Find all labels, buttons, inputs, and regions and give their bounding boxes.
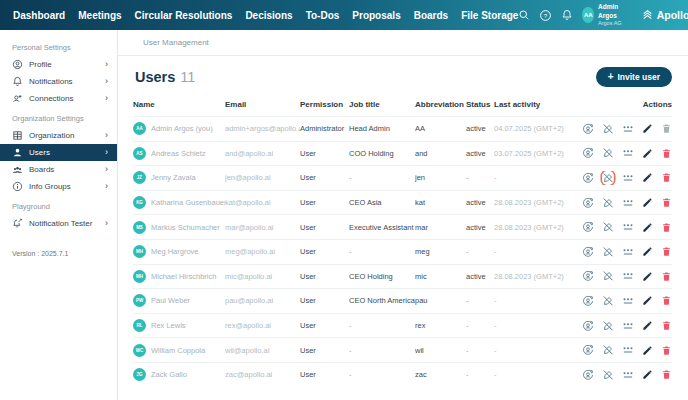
delete-icon	[661, 172, 672, 183]
edit-user-button[interactable]	[642, 368, 653, 382]
impersonate-user-button[interactable]	[582, 122, 594, 136]
user-job-title-cell: CEO Holding	[349, 272, 415, 281]
nav-item-file-storage[interactable]: File Storage	[461, 10, 518, 21]
delete-user-button[interactable]	[661, 122, 672, 136]
brand-logo[interactable]: Apollo.ai	[641, 8, 688, 23]
sidebar-item-connections[interactable]: Connections›	[0, 90, 117, 107]
revoke-signature-button[interactable]	[602, 245, 614, 259]
impersonate-user-button[interactable]	[582, 319, 594, 333]
search-icon[interactable]	[518, 8, 530, 22]
delete-user-button[interactable]	[661, 146, 672, 160]
sidebar-item-notification-tester[interactable]: Notification Tester›	[0, 215, 117, 232]
sidebar-item-label: Boards	[29, 165, 54, 174]
nav-item-meetings[interactable]: Meetings	[78, 10, 121, 21]
permissions-button[interactable]	[622, 319, 634, 333]
revoke-signature-button[interactable]	[602, 368, 614, 382]
impersonate-user-button[interactable]	[582, 269, 594, 283]
delete-icon	[661, 295, 672, 306]
user-menu[interactable]: AA Admin Argos Argos AG	[582, 3, 627, 26]
sidebar-item-users[interactable]: Users›	[0, 144, 117, 161]
revoke-signature-button[interactable]	[602, 196, 614, 210]
chevron-right-icon: ›	[105, 165, 108, 174]
delete-user-button[interactable]	[661, 245, 672, 259]
edit-user-button[interactable]	[642, 294, 653, 308]
impersonate-user-button[interactable]	[582, 196, 594, 210]
nav-items: DashboardMeetingsCircular ResolutionsDec…	[0, 10, 518, 21]
signature-off-icon	[602, 295, 614, 307]
edit-user-button[interactable]	[642, 220, 653, 234]
permissions-button[interactable]	[622, 122, 634, 136]
delete-user-button[interactable]	[661, 171, 672, 185]
sidebar-item-notifications[interactable]: Notifications›	[0, 73, 117, 90]
sidebar-item-boards[interactable]: Boards›	[0, 161, 117, 178]
permission-dots-icon	[622, 246, 634, 258]
revoke-signature-button[interactable]	[602, 269, 614, 283]
user-name-cell: ZGZack Gallo	[133, 368, 225, 381]
delete-user-button[interactable]	[661, 294, 672, 308]
nav-item-boards[interactable]: Boards	[414, 10, 448, 21]
permissions-button[interactable]	[622, 343, 634, 357]
user-avatar: MH	[133, 245, 146, 258]
actions-cell	[582, 122, 672, 136]
impersonate-user-button[interactable]	[582, 343, 594, 357]
delete-icon	[661, 271, 672, 282]
user-avatar: ZG	[133, 368, 146, 381]
delete-user-button[interactable]	[661, 196, 672, 210]
edit-user-button[interactable]	[642, 171, 653, 185]
permissions-button[interactable]	[622, 269, 634, 283]
permissions-button[interactable]	[622, 171, 634, 185]
edit-user-button[interactable]	[642, 269, 653, 283]
revoke-signature-button[interactable]	[602, 294, 614, 308]
bell-icon[interactable]	[561, 8, 573, 22]
revoke-signature-button[interactable]	[602, 146, 614, 160]
table-row: ASAndreas Schietzand@apollo.aiUserCOO Ho…	[133, 141, 672, 166]
nav-item-decisions[interactable]: Decisions	[245, 10, 292, 21]
edit-user-button[interactable]	[642, 343, 653, 357]
user-status-cell: -	[466, 247, 494, 256]
delete-user-button[interactable]	[661, 269, 672, 283]
invite-user-button[interactable]: + Invite user	[596, 67, 672, 87]
edit-user-button[interactable]	[642, 319, 653, 333]
impersonate-user-button[interactable]	[582, 171, 594, 185]
delete-user-button[interactable]	[661, 220, 672, 234]
nav-item-proposals[interactable]: Proposals	[352, 10, 400, 21]
impersonate-user-button[interactable]	[582, 294, 594, 308]
sidebar-item-info-groups[interactable]: Info Groups›	[0, 178, 117, 195]
sidebar-section-title: Playground	[0, 195, 117, 215]
revoke-signature-button[interactable]	[602, 220, 614, 234]
permissions-button[interactable]	[622, 368, 634, 382]
nav-item-circular-resolutions[interactable]: Circular Resolutions	[135, 10, 233, 21]
edit-user-button[interactable]	[642, 245, 653, 259]
nav-item-dashboard[interactable]: Dashboard	[13, 10, 65, 21]
delete-user-button[interactable]	[661, 319, 672, 333]
permissions-button[interactable]	[622, 294, 634, 308]
edit-user-button[interactable]	[642, 122, 653, 136]
user-full-name: Andreas Schietz	[151, 149, 206, 158]
permissions-button[interactable]	[622, 220, 634, 234]
user-abbreviation-cell: meg	[415, 247, 466, 256]
sidebar-item-organization[interactable]: Organization›	[0, 127, 117, 144]
permissions-button[interactable]	[622, 146, 634, 160]
user-avatar: AS	[133, 147, 146, 160]
nav-item-to-dos[interactable]: To-Dos	[306, 10, 340, 21]
sidebar-item-label: Info Groups	[29, 182, 71, 191]
sidebar-item-profile[interactable]: Profile›	[0, 56, 117, 73]
revoke-signature-button[interactable]	[602, 122, 614, 136]
impersonate-user-button[interactable]	[582, 146, 594, 160]
user-name-cell: PWPaul Weber	[133, 294, 225, 307]
edit-user-button[interactable]	[642, 196, 653, 210]
breadcrumb[interactable]: User Management	[143, 38, 209, 47]
delete-user-button[interactable]	[661, 343, 672, 357]
help-icon[interactable]: ?	[539, 8, 552, 22]
delete-user-button[interactable]	[661, 368, 672, 382]
edit-user-button[interactable]	[642, 146, 653, 160]
impersonate-user-button[interactable]	[582, 368, 594, 382]
user-job-title-cell: CEO Asia	[349, 198, 415, 207]
permissions-button[interactable]	[622, 245, 634, 259]
revoke-signature-button[interactable]	[602, 343, 614, 357]
revoke-signature-button[interactable]	[602, 171, 614, 185]
impersonate-user-button[interactable]	[582, 220, 594, 234]
permissions-button[interactable]	[622, 196, 634, 210]
impersonate-user-button[interactable]	[582, 245, 594, 259]
revoke-signature-button[interactable]	[602, 319, 614, 333]
